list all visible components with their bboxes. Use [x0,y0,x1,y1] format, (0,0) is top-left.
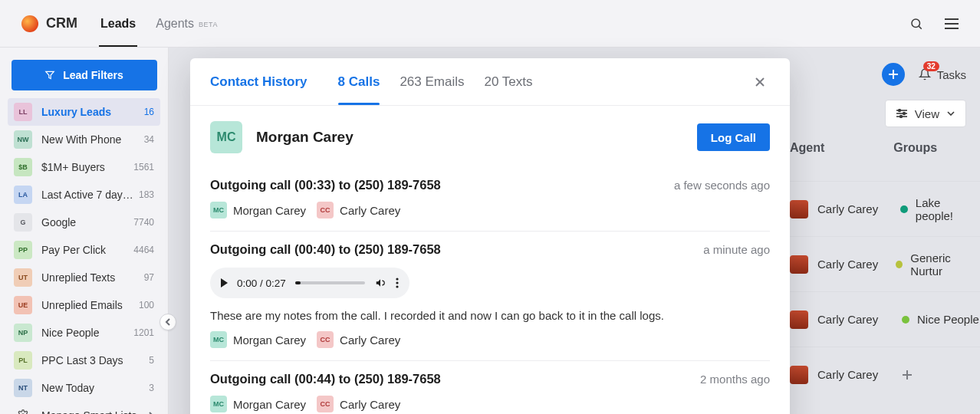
participant-chip: CC [317,396,334,412]
table-row[interactable]: Carly Carey [790,347,980,402]
player-track[interactable] [295,281,365,284]
add-group-button[interactable] [902,370,913,380]
modal-title[interactable]: Contact History [210,74,307,104]
volume-icon[interactable] [374,278,386,288]
sidebar-item[interactable]: G Google 7740 [8,209,160,236]
agent-name: Carly Carey [817,368,902,381]
contact-history-modal: Contact History 8 Calls 263 Emails 20 Te… [190,58,790,414]
agent-avatar [790,255,808,274]
list-count: 7740 [133,217,154,228]
table-rows: Carly Carey Lake people! Carly Carey Gen… [790,181,980,402]
list-count: 183 [139,189,154,200]
chevron-right-icon [148,411,154,414]
list-count: 16 [144,107,154,117]
list-name: Unreplied Emails [41,299,134,311]
group-dot-icon [900,205,908,213]
entry-title: Outgoing call (00:40) to (250) 189-7658 [210,242,441,257]
menu-icon[interactable] [945,18,959,29]
list-count: 3 [149,383,154,393]
view-dropdown[interactable]: View [885,100,966,127]
top-nav: Leads Agents BETA [99,0,236,47]
search-icon[interactable] [909,17,923,31]
table-row[interactable]: Carly Carey Generic Nurtur [790,236,980,291]
list-chip: UT [14,268,32,287]
list-chip: NT [14,379,32,397]
plus-icon [888,69,899,80]
top-bar: CRM Leads Agents BETA [0,0,980,48]
tasks-label: Tasks [937,68,966,81]
beta-tag: BETA [199,21,218,28]
agent-name: Carly Carey [817,202,900,215]
collapse-sidebar-button[interactable] [159,314,176,330]
funnel-icon [44,70,55,80]
table-row[interactable]: Carly Carey Lake people! [790,181,980,236]
page-actions: 32 Tasks [882,63,966,86]
manage-smart-lists[interactable]: Manage Smart Lists [8,402,160,414]
nav-agents[interactable]: Agents BETA [154,0,219,47]
sidebar-item[interactable]: PP Pay Per Click 4464 [8,236,160,264]
participant-chip: MC [210,202,227,219]
audio-player[interactable]: 0:00 / 0:27 [210,268,409,298]
svg-marker-5 [46,71,54,78]
participant: CCCarly Carey [317,202,400,219]
list-name: Luxury Leads [41,106,140,118]
sidebar-item[interactable]: NW New With Phone 34 [8,126,160,153]
more-icon[interactable] [396,278,399,288]
player-time: 0:00 / 0:27 [237,278,286,289]
log-call-button[interactable]: Log Call [697,123,770,151]
smart-lists: LL Luxury Leads 16NW New With Phone 34$B… [8,98,160,402]
tasks-button[interactable]: 32 Tasks [919,67,966,81]
entry-people: MCMorgan CareyCCCarly Carey [210,331,770,348]
sidebar-item[interactable]: UT Unreplied Texts 97 [8,264,160,291]
gear-icon [14,406,32,414]
view-label: View [915,107,939,120]
nav-leads-label: Leads [100,17,136,31]
tab-calls[interactable]: 8 Calls [338,74,380,104]
col-groups: Groups [893,141,937,155]
table-row[interactable]: Carly Carey Nice People [790,291,980,347]
list-count: 1561 [133,162,154,172]
modal-header: Contact History 8 Calls 263 Emails 20 Te… [190,58,790,106]
sliders-icon [896,109,907,118]
list-count: 1201 [133,327,154,338]
participant: MCMorgan Carey [210,202,306,219]
entry-time: a few seconds ago [674,179,770,192]
list-name: $1M+ Buyers [41,161,129,173]
tab-emails[interactable]: 263 Emails [400,74,464,104]
svg-point-0 [912,19,920,28]
sidebar-item[interactable]: $B $1M+ Buyers 1561 [8,153,160,181]
participant: MCMorgan Carey [210,331,306,348]
agent-name: Carly Carey [817,313,902,326]
svg-point-14 [899,116,902,118]
list-name: Last Active 7 days... [41,189,134,201]
lead-avatar: MC [210,121,242,153]
sidebar-item[interactable]: LA Last Active 7 days... 183 [8,181,160,209]
play-icon[interactable] [221,278,228,288]
nav-leads[interactable]: Leads [99,0,137,47]
list-name: Pay Per Click [41,244,129,256]
group-dot-icon [896,261,903,268]
sidebar-item[interactable]: UE Unreplied Emails 100 [8,291,160,319]
call-entry: Outgoing call (00:33) to (250) 189-7658a… [210,167,770,232]
list-chip: LL [14,103,32,121]
sidebar-item[interactable]: PL PPC Last 3 Days 5 [8,347,160,374]
group-cell: Generic Nurtur [896,251,980,278]
nav-agents-label: Agents [156,17,194,31]
svg-line-1 [919,26,921,28]
close-icon [755,77,765,87]
sidebar-item[interactable]: NT New Today 3 [8,374,160,402]
list-chip: G [14,213,32,232]
close-button[interactable] [750,72,770,92]
sidebar-item[interactable]: LL Luxury Leads 16 [8,98,160,126]
sidebar-item[interactable]: NP Nice People 1201 [8,319,160,347]
add-button[interactable] [882,63,905,86]
participant: CCCarly Carey [317,396,400,412]
list-chip: UE [14,296,32,314]
table-header: Agent Groups [790,141,937,155]
list-chip: NW [14,130,32,149]
list-name: New Today [41,382,144,394]
col-agent: Agent [790,141,824,155]
lead-filters-button[interactable]: Lead Filters [12,60,157,90]
tab-texts[interactable]: 20 Texts [485,74,533,104]
svg-point-19 [396,278,398,280]
